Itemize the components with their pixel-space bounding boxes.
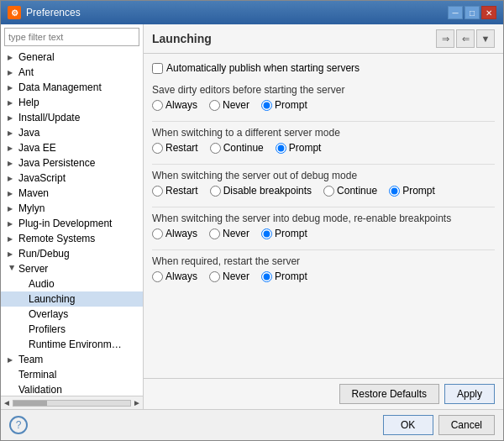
sidebar-item-java-persistence[interactable]: ▶Java Persistence [1, 155, 143, 171]
restore-defaults-button[interactable]: Restore Defaults [339, 384, 439, 404]
sidebar-item-label: Ant [18, 66, 34, 78]
maximize-button[interactable]: □ [465, 6, 480, 19]
radio-option-switch_mode-prompt[interactable]: Prompt [276, 142, 322, 154]
auto-publish-row: Automatically publish when starting serv… [152, 62, 495, 74]
radio-input-restart-always[interactable] [152, 271, 163, 282]
sidebar-item-label: Server [18, 263, 48, 275]
header-icons: ⇒ ⇐ ▼ [436, 29, 495, 48]
tree-arrow-icon: ▶ [8, 250, 16, 258]
sidebar-item-data-management[interactable]: ▶Data Management [1, 80, 143, 95]
section-label-dirty_editors: Save dirty editors before starting the s… [152, 84, 495, 96]
sidebar-item-terminal[interactable]: Terminal [1, 367, 143, 382]
radio-group-restart: AlwaysNeverPrompt [152, 270, 495, 282]
apply-button[interactable]: Apply [444, 384, 495, 404]
dropdown-icon[interactable]: ▼ [476, 29, 495, 48]
sidebar-item-validation[interactable]: Validation [1, 382, 143, 396]
radio-label-dirty_editors-never: Never [223, 99, 249, 111]
radio-option-restart-prompt[interactable]: Prompt [261, 270, 307, 282]
sidebar-item-runtime-environm-[interactable]: Runtime Environm… [1, 337, 143, 352]
radio-option-restart-never[interactable]: Never [209, 270, 249, 282]
close-button[interactable]: ✕ [481, 6, 496, 19]
sidebar-item-help[interactable]: ▶Help [1, 95, 143, 110]
minimize-button[interactable]: ─ [448, 6, 463, 19]
radio-option-debug_reenable-always[interactable]: Always [152, 228, 197, 239]
main-content: Automatically publish when starting serv… [144, 54, 503, 378]
radio-input-debug_mode-disable[interactable] [210, 186, 221, 197]
sidebar-item-label: Java Persistence [18, 157, 95, 169]
radio-input-restart-never[interactable] [209, 271, 220, 282]
section-divider [152, 207, 495, 207]
radio-input-debug_reenable-never[interactable] [209, 228, 220, 239]
tree-arrow-icon: ▶ [8, 220, 16, 228]
sidebar-item-profilers[interactable]: Profilers [1, 322, 143, 337]
radio-input-debug_mode-restart[interactable] [152, 186, 163, 197]
sidebar-item-java[interactable]: ▶Java [1, 125, 143, 140]
sidebar-item-mylyn[interactable]: ▶Mylyn [1, 201, 143, 216]
sidebar-item-overlays[interactable]: Overlays [1, 307, 143, 322]
section-divider [152, 121, 495, 122]
radio-input-debug_mode-prompt[interactable] [389, 186, 400, 197]
help-button[interactable]: ? [9, 416, 28, 434]
sidebar-item-team[interactable]: ▶Team [1, 352, 143, 367]
radio-group-debug_mode: RestartDisable breakpointsContinuePrompt [152, 185, 495, 197]
radio-option-debug_mode-prompt[interactable]: Prompt [389, 185, 435, 197]
tree-arrow-icon: ▶ [8, 129, 16, 137]
radio-input-dirty_editors-never[interactable] [209, 100, 220, 111]
tree-arrow-icon: ▶ [8, 54, 16, 61]
radio-option-dirty_editors-never[interactable]: Never [209, 99, 249, 111]
radio-input-restart-prompt[interactable] [261, 271, 272, 282]
radio-option-debug_reenable-prompt[interactable]: Prompt [261, 228, 307, 239]
sidebar-item-install-update[interactable]: ▶Install/Update [1, 110, 143, 125]
radio-input-dirty_editors-always[interactable] [152, 100, 163, 111]
sidebar-item-remote-systems[interactable]: ▶Remote Systems [1, 231, 143, 246]
radio-option-restart-always[interactable]: Always [152, 270, 197, 282]
sidebar-scrollbar[interactable]: ◄ ► [1, 396, 143, 409]
radio-label-switch_mode-prompt: Prompt [289, 142, 322, 154]
radio-input-debug_reenable-prompt[interactable] [261, 228, 272, 239]
sidebar-item-javascript[interactable]: ▶JavaScript [1, 171, 143, 186]
back-icon[interactable]: ⇐ [456, 29, 475, 48]
radio-input-debug_reenable-always[interactable] [152, 228, 163, 239]
radio-option-switch_mode-continue[interactable]: Continue [210, 142, 264, 154]
filter-input[interactable] [4, 28, 139, 46]
cancel-button[interactable]: Cancel [438, 415, 495, 435]
panel-title: Launching [152, 32, 212, 45]
radio-label-restart-never: Never [223, 270, 249, 282]
radio-group-dirty_editors: AlwaysNeverPrompt [152, 99, 495, 111]
sidebar-item-server[interactable]: ▶Server [1, 261, 143, 276]
radio-input-switch_mode-prompt[interactable] [276, 143, 286, 154]
sidebar-item-run-debug[interactable]: ▶Run/Debug [1, 246, 143, 261]
sidebar-item-java-ee[interactable]: ▶Java EE [1, 140, 143, 155]
ok-button[interactable]: OK [383, 415, 433, 435]
sidebar-item-maven[interactable]: ▶Maven [1, 186, 143, 201]
radio-input-switch_mode-restart[interactable] [152, 143, 163, 154]
radio-input-dirty_editors-prompt[interactable] [261, 100, 272, 111]
sidebar-item-label: Plug-in Development [18, 218, 112, 229]
sidebar-item-label: Remote Systems [18, 233, 95, 244]
forward-icon[interactable]: ⇒ [436, 29, 454, 48]
radio-input-debug_mode-continue[interactable] [323, 186, 334, 197]
sidebar-item-plug-in-development[interactable]: ▶Plug-in Development [1, 216, 143, 231]
radio-option-debug_mode-continue[interactable]: Continue [323, 185, 377, 197]
radio-option-switch_mode-restart[interactable]: Restart [152, 142, 198, 154]
radio-option-dirty_editors-prompt[interactable]: Prompt [261, 99, 307, 111]
auto-publish-checkbox[interactable] [152, 63, 163, 74]
auto-publish-label: Automatically publish when starting serv… [166, 62, 360, 74]
radio-label-debug_reenable-prompt: Prompt [275, 228, 307, 239]
sidebar-item-general[interactable]: ▶General [1, 50, 143, 65]
radio-option-debug_reenable-never[interactable]: Never [209, 228, 249, 239]
dialog-buttons: ? OK Cancel [1, 409, 503, 440]
sidebar-item-ant[interactable]: ▶Ant [1, 65, 143, 80]
sidebar-item-launching[interactable]: Launching [1, 291, 143, 307]
sidebar-item-label: Audio [29, 278, 55, 290]
tree-arrow-icon: ▶ [8, 160, 16, 167]
radio-option-dirty_editors-always[interactable]: Always [152, 99, 197, 111]
radio-input-switch_mode-continue[interactable] [210, 143, 221, 154]
sidebar-item-audio[interactable]: Audio [1, 276, 143, 291]
preferences-window: ⚙ Preferences ─ □ ✕ ▶General▶Ant▶Data Ma… [0, 0, 504, 441]
section-label-debug_reenable: When switching the server into debug mod… [152, 213, 495, 224]
sidebar-item-label: Team [18, 354, 43, 365]
radio-option-debug_mode-disable[interactable]: Disable breakpoints [210, 185, 312, 197]
bottom-bar: Restore Defaults Apply [144, 378, 503, 409]
radio-option-debug_mode-restart[interactable]: Restart [152, 185, 198, 197]
